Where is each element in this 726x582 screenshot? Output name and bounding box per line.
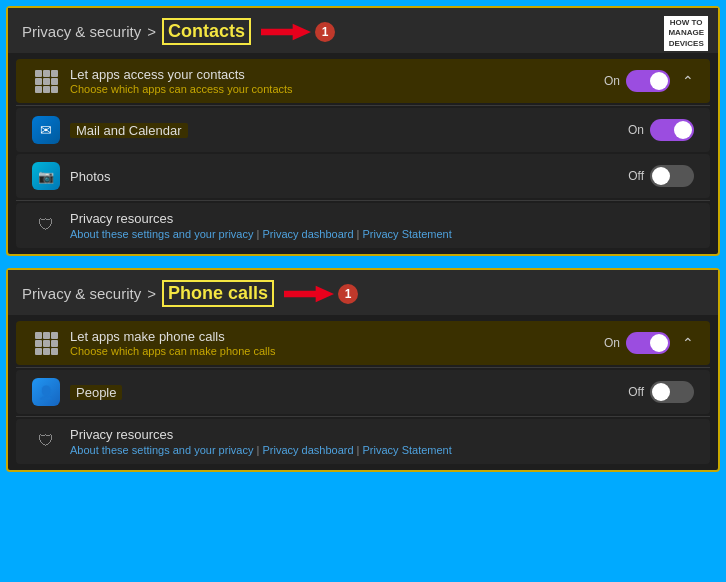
photos-toggle[interactable] [650, 165, 694, 187]
privacy-dashboard-1[interactable]: Privacy dashboard [262, 228, 353, 240]
people-title: People [70, 385, 628, 400]
let-apps-phone-row: Let apps make phone calls Choose which a… [16, 321, 710, 365]
privacy-desc-2: About these settings and your privacy [70, 444, 253, 456]
breadcrumb-sep2: > [147, 285, 156, 302]
badge-phone-1-vis: 1 [338, 284, 358, 304]
photos-icon: 📷 [32, 162, 60, 190]
toggle-knob-photos [652, 167, 670, 185]
privacy-dashboard-2[interactable]: Privacy dashboard [262, 444, 353, 456]
logo-box: HOW TO MANAGE DEVICES [664, 16, 708, 51]
let-apps-contacts-row: Let apps access your contacts Choose whi… [16, 59, 710, 103]
let-apps-contacts-sub: Choose which apps can access your contac… [70, 83, 604, 95]
divider-4 [16, 416, 710, 417]
people-text: People [70, 385, 628, 400]
privacy-text-1: Privacy resources About these settings a… [70, 211, 694, 240]
let-apps-phone-toggle[interactable] [626, 332, 670, 354]
arrow-indicator-1: 1 [261, 20, 335, 44]
toggle-knob-phone [650, 334, 668, 352]
let-apps-phone-title: Let apps make phone calls [70, 329, 604, 344]
photos-status: Off [628, 169, 644, 183]
badge-1: 1 [315, 22, 335, 42]
phone-calls-panel: Privacy & security > Phone calls 1 [6, 268, 720, 472]
privacy-links-2: About these settings and your privacy | … [70, 444, 694, 456]
people-status: Off [628, 385, 644, 399]
red-arrow-icon [261, 20, 311, 44]
svg-marker-0 [261, 23, 311, 40]
photos-row: 📷 Photos Off [16, 154, 710, 198]
people-label: People [70, 385, 122, 400]
mail-app-icon: ✉ [32, 116, 60, 144]
mail-calendar-label: Mail and Calendar [70, 123, 188, 138]
let-apps-contacts-status: On [604, 74, 620, 88]
privacy-icon-2: 🛡 [32, 427, 60, 455]
toggle-knob-mail [674, 121, 692, 139]
privacy-resources-1: 🛡 Privacy resources About these settings… [16, 203, 710, 248]
let-apps-phone-sub: Choose which apps can make phone calls [70, 345, 604, 357]
divider-2 [16, 200, 710, 201]
photos-title: Photos [70, 169, 628, 184]
privacy-statement-2[interactable]: Privacy Statement [363, 444, 452, 456]
mail-calendar-control[interactable]: On [628, 119, 694, 141]
people-toggle[interactable] [650, 381, 694, 403]
red-arrow-icon-2 [284, 282, 334, 306]
grid-icon-phone [32, 329, 60, 357]
arrow-indicator-2: 1 [284, 282, 358, 306]
let-apps-phone-text: Let apps make phone calls Choose which a… [70, 329, 604, 357]
people-app-icon: 👤 [32, 378, 60, 406]
toggle-knob [650, 72, 668, 90]
let-apps-contacts-control[interactable]: On ⌃ [604, 70, 694, 92]
contacts-title: Contacts [162, 18, 251, 45]
mail-calendar-row: ✉ Mail and Calendar On [16, 108, 710, 152]
svg-marker-1 [284, 285, 334, 302]
let-apps-phone-control[interactable]: On ⌃ [604, 332, 694, 354]
let-apps-contacts-text: Let apps access your contacts Choose whi… [70, 67, 604, 95]
photos-control[interactable]: Off [628, 165, 694, 187]
people-icon: 👤 [32, 378, 60, 406]
phone-calls-header: Privacy & security > Phone calls 1 [8, 270, 718, 315]
people-control[interactable]: Off [628, 381, 694, 403]
phone-calls-settings: Let apps make phone calls Choose which a… [8, 315, 718, 470]
privacy-title-1: Privacy resources [70, 211, 694, 226]
expand-icon-phone[interactable]: ⌃ [682, 335, 694, 351]
privacy-statement-1[interactable]: Privacy Statement [363, 228, 452, 240]
let-apps-contacts-title: Let apps access your contacts [70, 67, 604, 82]
phone-calls-title: Phone calls [162, 280, 274, 307]
contacts-settings: Let apps access your contacts Choose whi… [8, 53, 718, 254]
expand-icon-contacts[interactable]: ⌃ [682, 73, 694, 89]
grid-icon-contacts [32, 67, 60, 95]
people-row: 👤 People Off [16, 370, 710, 414]
mail-icon: ✉ [32, 116, 60, 144]
photos-app-icon: 📷 [32, 162, 60, 190]
privacy-desc-1: About these settings and your privacy [70, 228, 253, 240]
privacy-text-2: Privacy resources About these settings a… [70, 427, 694, 456]
privacy-resources-2: 🛡 Privacy resources About these settings… [16, 419, 710, 464]
privacy-icon-1: 🛡 [32, 211, 60, 239]
privacy-title-2: Privacy resources [70, 427, 694, 442]
divider-3 [16, 367, 710, 368]
mail-calendar-text: Mail and Calendar [70, 123, 628, 138]
photos-text: Photos [70, 169, 628, 184]
contacts-panel: Privacy & security > Contacts 1 HOW TO M… [6, 6, 720, 256]
breadcrumb-privacy: Privacy & security [22, 23, 141, 40]
toggle-knob-people [652, 383, 670, 401]
mail-calendar-toggle[interactable] [650, 119, 694, 141]
mail-calendar-status: On [628, 123, 644, 137]
breadcrumb-sep1: > [147, 23, 156, 40]
contacts-header: Privacy & security > Contacts 1 HOW TO M… [8, 8, 718, 53]
mail-calendar-title: Mail and Calendar [70, 123, 628, 138]
let-apps-phone-status: On [604, 336, 620, 350]
privacy-links-1: About these settings and your privacy | … [70, 228, 694, 240]
breadcrumb-privacy-2: Privacy & security [22, 285, 141, 302]
let-apps-contacts-toggle[interactable] [626, 70, 670, 92]
divider-1 [16, 105, 710, 106]
